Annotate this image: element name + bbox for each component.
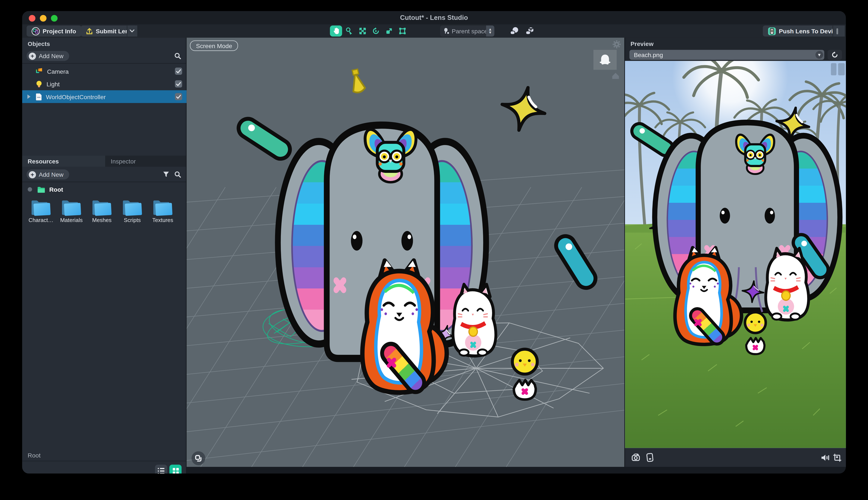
visibility-checkbox[interactable] <box>175 68 182 75</box>
upload-icon <box>86 27 93 35</box>
submit-lens-dropdown-button[interactable] <box>127 25 137 36</box>
preview-panel: Preview Beach.png ▼ <box>625 38 846 467</box>
chick-in-eggshell[interactable] <box>512 349 537 400</box>
folder-icon <box>30 198 52 217</box>
hand-icon <box>332 27 339 35</box>
rotate-tool-button[interactable] <box>370 25 382 36</box>
object-row-light[interactable]: Light <box>22 78 187 90</box>
push-lens-label: Push Lens To Device <box>779 28 840 34</box>
cube-object-toggle[interactable] <box>525 26 535 36</box>
root-folder-icon <box>37 186 46 193</box>
preview-source-dropdown[interactable]: Beach.png ▼ <box>629 50 824 60</box>
folder-label: Scripts <box>118 217 147 223</box>
move-arrows-icon <box>359 27 367 35</box>
folder-characters[interactable]: Charact… <box>26 198 55 223</box>
object-label: Camera <box>47 68 69 75</box>
plus-icon: + <box>29 171 36 178</box>
disclosure-triangle-icon[interactable] <box>26 94 31 99</box>
visibility-checkbox[interactable] <box>175 93 182 100</box>
parent-space-spinner[interactable]: ▲▼ <box>486 25 495 36</box>
resources-add-new-button[interactable]: + Add New <box>26 169 69 180</box>
tab-resources[interactable]: Resources <box>22 156 105 167</box>
folder-scripts[interactable]: Scripts <box>118 198 147 223</box>
crop-image-icon <box>833 453 841 462</box>
scene-object-toggle[interactable] <box>509 26 519 36</box>
folder-label: Textures <box>148 217 177 223</box>
lucky-cat <box>766 248 809 320</box>
folder-meshes[interactable]: Meshes <box>88 198 116 223</box>
visibility-checkbox[interactable] <box>175 80 182 88</box>
snapchat-ghost-overlay <box>593 50 617 70</box>
list-view-icon <box>158 468 164 474</box>
object-row-camera[interactable]: Camera <box>22 65 187 78</box>
folder-label: Meshes <box>88 217 116 223</box>
lucky-cat[interactable] <box>453 284 496 356</box>
folder-icon <box>152 198 174 217</box>
volume-icon <box>821 454 829 461</box>
divider <box>22 63 186 64</box>
hand-tool-button[interactable] <box>330 25 342 36</box>
main-toolbar: Project Info Submit Lens <box>22 24 846 38</box>
preview-toolbar <box>625 448 846 467</box>
move-tool-button[interactable] <box>357 25 369 36</box>
project-info-button[interactable]: Project Info <box>26 25 81 36</box>
sphere-object-icon <box>509 26 519 36</box>
folder-icon <box>91 198 113 217</box>
objects-add-row: + Add New <box>22 49 186 62</box>
rotate-icon <box>372 27 380 35</box>
camera-flip-button[interactable] <box>629 451 641 464</box>
safe-area-home-icon[interactable] <box>611 72 620 80</box>
scene-viewport[interactable]: Screen Mode <box>186 38 624 467</box>
resources-search-icon[interactable] <box>174 171 181 178</box>
objects-search-icon[interactable] <box>174 53 181 59</box>
light-icon <box>35 80 43 88</box>
object-label: Light <box>47 81 60 87</box>
check-icon <box>176 69 181 73</box>
resources-root-row[interactable]: Root <box>22 184 186 195</box>
project-info-icon <box>32 27 40 35</box>
view-mode-bar <box>22 461 186 474</box>
select-tool-button[interactable] <box>343 25 355 36</box>
breadcrumb: Root <box>28 452 40 458</box>
preview-refresh-button[interactable] <box>828 50 842 60</box>
scale-tool-button[interactable] <box>383 25 395 36</box>
desktop: Cutout* - Lens Studio Project Info Submi… <box>0 0 868 500</box>
space-pin-icon <box>443 28 450 34</box>
scale-icon <box>385 27 393 35</box>
refresh-icon <box>832 52 838 58</box>
rect-transform-tool-button[interactable] <box>396 25 408 36</box>
light-gizmo[interactable] <box>349 68 366 93</box>
list-view-button[interactable] <box>155 465 167 474</box>
grid-view-icon <box>172 468 178 474</box>
parent-space-dropdown[interactable]: Parent space ▲▼ <box>440 25 495 36</box>
object-row-worldobjectcontroller[interactable]: WorldObjectController <box>22 90 187 103</box>
check-icon <box>176 82 181 86</box>
screen-mode-button[interactable]: Screen Mode <box>190 41 238 51</box>
collapse-dot-icon[interactable] <box>28 187 32 192</box>
grid-view-button[interactable] <box>169 465 182 474</box>
device-simulation-button[interactable] <box>644 451 656 464</box>
left-panel: Objects + Add New Camera Light <box>22 38 187 467</box>
filter-icon[interactable] <box>163 171 169 178</box>
viewport-settings-gear-icon[interactable] <box>612 40 621 49</box>
tab-strip: Resources Inspector <box>22 156 186 167</box>
viewport-layers-button[interactable] <box>192 451 206 465</box>
objects-add-new-button[interactable]: + Add New <box>26 51 69 61</box>
snapchat-ghost-icon <box>598 52 612 68</box>
title-bar: Cutout* - Lens Studio <box>22 11 846 24</box>
preview-panel-title: Preview <box>630 41 653 47</box>
tab-inspector[interactable]: Inspector <box>105 156 186 167</box>
folder-label: Materials <box>57 217 86 223</box>
yellow-star[interactable] <box>498 83 549 135</box>
folder-materials[interactable]: Materials <box>57 198 86 223</box>
crop-snapshot-button[interactable] <box>831 451 843 464</box>
push-lens-more-button[interactable] <box>833 25 841 36</box>
object-label: WorldObjectController <box>46 93 106 100</box>
project-info-label: Project Info <box>43 28 76 34</box>
cursor-select-icon <box>345 27 353 35</box>
scene-canvas[interactable] <box>186 38 624 467</box>
teal-worm[interactable] <box>235 115 293 162</box>
mute-button[interactable] <box>819 451 831 464</box>
grip-icon <box>836 28 838 34</box>
folder-textures[interactable]: Textures <box>148 198 177 223</box>
